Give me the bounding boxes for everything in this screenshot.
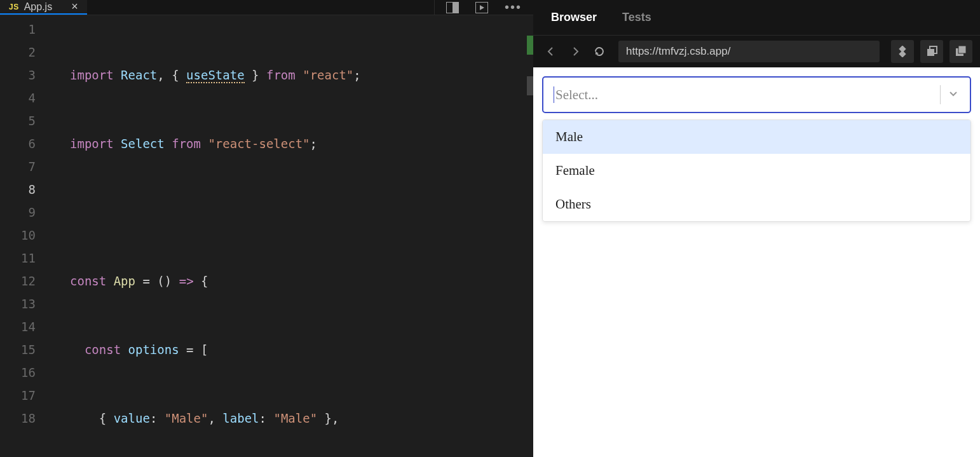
preview-tab-bar: Browser Tests (533, 0, 980, 36)
svg-rect-9 (958, 46, 966, 53)
preview-icon[interactable] (475, 2, 488, 13)
svg-marker-3 (480, 5, 484, 10)
browser-toolbar (533, 36, 980, 67)
tab-filename: App.js (24, 1, 52, 13)
minimap-marker-icon (527, 36, 533, 55)
select-option-male[interactable]: Male (543, 120, 970, 154)
editor-pane: JS App.js × ••• 1 2 3 4 5 6 7 8 9 10 1 (0, 0, 533, 457)
select-option-others[interactable]: Others (543, 188, 970, 221)
codesandbox-icon[interactable] (891, 40, 914, 63)
line-gutter: 1 2 3 4 5 6 7 8 9 10 11 12 13 14 15 16 1… (0, 18, 51, 457)
select-menu: Male Female Others (542, 119, 971, 222)
select-control[interactable]: Select... (542, 76, 971, 113)
preview-pane: Browser Tests Select... (533, 0, 980, 457)
close-icon[interactable]: × (71, 0, 78, 13)
svg-rect-5 (899, 50, 906, 57)
split-editor-icon[interactable] (446, 2, 459, 13)
forward-icon[interactable] (565, 41, 585, 62)
tab-browser[interactable]: Browser (551, 11, 597, 24)
more-icon[interactable]: ••• (505, 0, 522, 15)
select-placeholder: Select... (554, 86, 934, 103)
minimap-scroll-icon[interactable] (527, 76, 533, 95)
js-badge-icon: JS (9, 3, 19, 11)
tab-bar: JS App.js × ••• (0, 0, 533, 15)
code-content[interactable]: import React, { useState } from "react";… (51, 18, 533, 457)
svg-rect-6 (927, 49, 934, 56)
back-icon[interactable] (541, 41, 561, 62)
tab-spacer (87, 0, 434, 15)
chevron-down-icon[interactable] (947, 87, 960, 102)
reload-icon[interactable] (589, 41, 609, 62)
select-separator (940, 85, 941, 104)
svg-rect-1 (453, 2, 459, 13)
select-option-female[interactable]: Female (543, 154, 970, 188)
editor-toolbar: ••• (434, 0, 533, 15)
url-input[interactable] (618, 41, 880, 62)
browser-viewport: Select... Male Female Others (533, 67, 980, 457)
fullscreen-icon[interactable] (949, 40, 972, 63)
code-area[interactable]: 1 2 3 4 5 6 7 8 9 10 11 12 13 14 15 16 1… (0, 15, 533, 457)
file-tab-app-js[interactable]: JS App.js × (0, 0, 87, 15)
tab-tests[interactable]: Tests (622, 11, 651, 24)
new-window-icon[interactable] (920, 40, 943, 63)
